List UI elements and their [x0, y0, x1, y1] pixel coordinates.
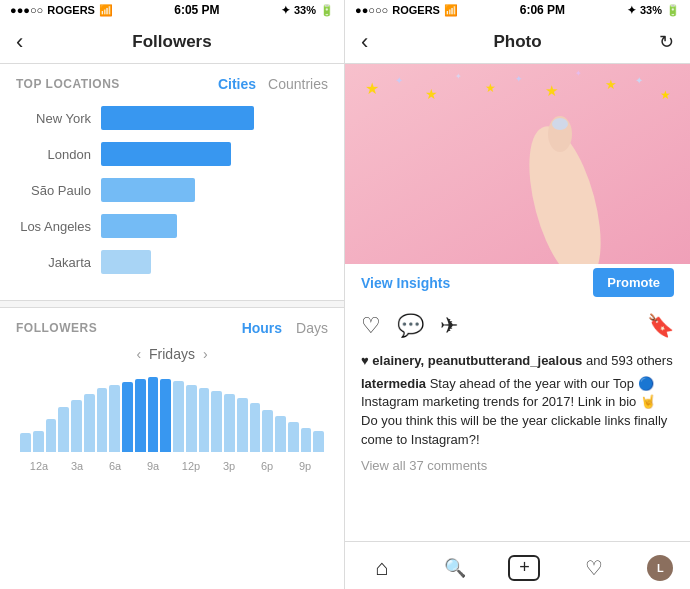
histogram-bar — [160, 379, 171, 452]
histogram-time-label: 12a — [20, 460, 58, 472]
histogram-bar — [58, 407, 69, 452]
svg-text:★: ★ — [485, 81, 496, 95]
view-comments-link[interactable]: View all 37 comments — [345, 454, 690, 477]
prev-day-button[interactable]: ‹ — [136, 346, 141, 362]
location-tabs: Cities Countries — [218, 76, 328, 92]
bar-label: New York — [16, 111, 91, 126]
current-day-label: Fridays — [149, 346, 195, 362]
svg-text:✦: ✦ — [395, 75, 403, 86]
histogram-bar — [275, 416, 286, 452]
histogram-bar — [46, 419, 57, 452]
svg-text:✦: ✦ — [515, 74, 523, 84]
svg-text:✦: ✦ — [575, 69, 582, 78]
bar-chart: New YorkLondonSão PauloLos AngelesJakart… — [0, 96, 344, 300]
comment-icon[interactable]: 💬 — [397, 313, 424, 339]
add-icon[interactable]: + — [508, 555, 540, 581]
caption-area: ♥ elainery, peanutbutterand_jealous and … — [345, 347, 690, 454]
svg-text:★: ★ — [425, 86, 438, 102]
action-row: ♡ 💬 ✈ 🔖 — [345, 305, 690, 347]
followers-section: FOLLOWERS Hours Days ‹ Fridays › 12a3a6a… — [0, 308, 344, 480]
svg-text:★: ★ — [545, 82, 558, 99]
histogram-time-label: 3p — [210, 460, 248, 472]
top-locations-label: TOP LOCATIONS — [16, 77, 120, 91]
tab-hours[interactable]: Hours — [242, 320, 282, 336]
likes-bold: ♥ elainery, peanutbutterand_jealous — [361, 353, 582, 368]
bar-fill — [101, 178, 195, 202]
bar-label: Jakarta — [16, 255, 91, 270]
likes-rest: and 593 others — [586, 353, 673, 368]
time-right: 6:06 PM — [520, 3, 565, 17]
post-caption: latermedia Stay ahead of the year with o… — [361, 375, 674, 450]
histogram-labels: 12a3a6a9a12p3p6p9p — [16, 456, 328, 472]
histogram-time-label: 9p — [286, 460, 324, 472]
histogram-time-label: 6p — [248, 460, 286, 472]
view-insights-link[interactable]: View Insights — [361, 275, 450, 291]
histogram-bar — [301, 428, 312, 452]
histogram-time-label: 9a — [134, 460, 172, 472]
bookmark-icon[interactable]: 🔖 — [647, 313, 674, 339]
svg-text:✦: ✦ — [635, 75, 643, 86]
histogram-bar — [262, 410, 273, 452]
time-left: 6:05 PM — [174, 3, 219, 17]
histogram-time-label: 12p — [172, 460, 210, 472]
day-navigation: ‹ Fridays › — [16, 346, 328, 362]
tab-days[interactable]: Days — [296, 320, 328, 336]
profile-avatar[interactable]: L — [647, 555, 673, 581]
bluetooth-icon-left: ✦ — [281, 4, 290, 17]
bar-label: London — [16, 147, 91, 162]
followers-header: FOLLOWERS Hours Days — [16, 320, 328, 336]
insights-row: View Insights Promote — [345, 264, 690, 305]
bar-fill — [101, 250, 151, 274]
nav-bar-left: ‹ Followers — [0, 20, 344, 64]
svg-text:★: ★ — [365, 80, 379, 97]
refresh-button[interactable]: ↻ — [659, 31, 674, 53]
tab-cities[interactable]: Cities — [218, 76, 256, 92]
photo-image: ★ ✦ ★ ✦ ★ ✦ ★ ✦ ★ ✦ ★ — [345, 64, 690, 264]
histogram-bar — [109, 385, 120, 453]
action-icons-left: ♡ 💬 ✈ — [361, 313, 458, 339]
svg-text:★: ★ — [605, 77, 617, 92]
histogram-bar — [20, 433, 31, 452]
tab-countries[interactable]: Countries — [268, 76, 328, 92]
histogram-bar — [135, 379, 146, 452]
battery-icon-right: 🔋 — [666, 4, 680, 17]
battery-area-right: ✦ 33% 🔋 — [627, 4, 680, 17]
caption-username[interactable]: latermedia — [361, 376, 426, 391]
bar-row: London — [16, 140, 328, 168]
svg-text:★: ★ — [660, 88, 671, 102]
histogram-bar — [33, 431, 44, 452]
carrier-left: ROGERS — [47, 4, 95, 16]
svg-point-14 — [552, 118, 568, 130]
bar-row: Jakarta — [16, 248, 328, 276]
share-icon[interactable]: ✈ — [440, 313, 458, 339]
likes-text: ♥ elainery, peanutbutterand_jealous and … — [361, 351, 674, 371]
followers-label: FOLLOWERS — [16, 321, 97, 335]
next-day-button[interactable]: › — [203, 346, 208, 362]
status-bar-carrier-right: ●●○○○ ROGERS 📶 — [355, 4, 458, 17]
page-title-left: Followers — [132, 32, 211, 52]
histogram-bar — [313, 431, 324, 452]
bar-fill — [101, 106, 254, 130]
histogram — [16, 372, 328, 452]
back-button-left[interactable]: ‹ — [16, 29, 23, 55]
followers-tabs: Hours Days — [242, 320, 328, 336]
status-bar-left: ●●●○○ ROGERS 📶 6:05 PM ✦ 33% 🔋 — [0, 0, 344, 20]
page-title-right: Photo — [493, 32, 541, 52]
left-panel: ●●●○○ ROGERS 📶 6:05 PM ✦ 33% 🔋 ‹ Followe… — [0, 0, 345, 589]
status-bar-right: ●●○○○ ROGERS 📶 6:06 PM ✦ 33% 🔋 — [345, 0, 690, 20]
histogram-bar — [148, 377, 159, 452]
bottom-nav: ⌂ 🔍 + ♡ L — [345, 541, 690, 589]
promote-button[interactable]: Promote — [593, 268, 674, 297]
back-button-right[interactable]: ‹ — [361, 29, 368, 55]
svg-text:✦: ✦ — [455, 72, 462, 81]
signal-dots-right: ●●○○○ — [355, 4, 388, 16]
top-locations-header: TOP LOCATIONS Cities Countries — [0, 64, 344, 96]
heart-icon[interactable]: ♡ — [574, 556, 614, 580]
histogram-bar — [71, 400, 82, 452]
histogram-bar — [211, 391, 222, 452]
home-icon[interactable]: ⌂ — [362, 555, 402, 581]
carrier-right: ROGERS — [392, 4, 440, 16]
bar-label: São Paulo — [16, 183, 91, 198]
search-icon[interactable]: 🔍 — [435, 557, 475, 579]
like-icon[interactable]: ♡ — [361, 313, 381, 339]
